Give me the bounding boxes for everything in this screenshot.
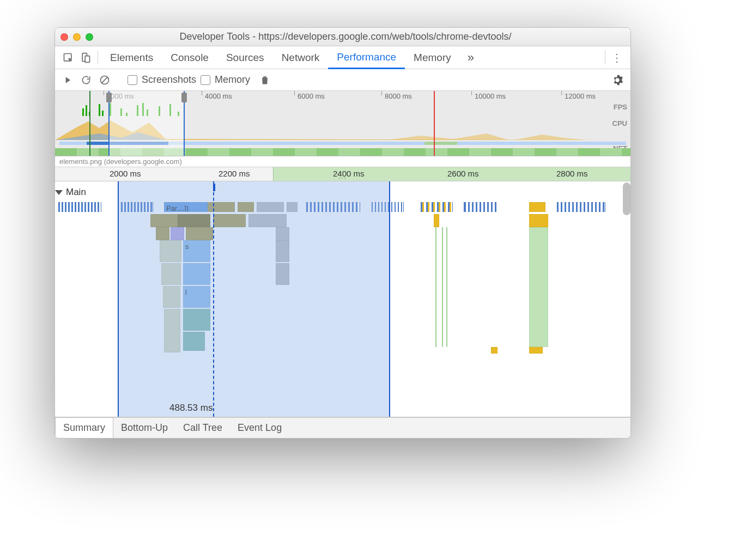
overview-tick: 8000 ms [385,92,412,100]
device-toolbar-icon[interactable] [77,46,94,69]
svg-rect-2 [85,56,89,62]
separator [605,51,605,64]
details-tab-event-log[interactable]: Event Log [230,418,289,438]
settings-icon[interactable] [610,72,625,88]
overview-tick: 12000 ms [565,92,596,100]
main-thread-header[interactable]: Main [55,187,86,198]
svg-marker-7 [387,133,508,140]
titlebar: Developer Tools - https://developers.goo… [55,28,630,46]
tab-console[interactable]: Console [162,46,217,69]
more-options-icon[interactable]: ⋮ [609,46,626,69]
memory-label: Memory [215,74,250,86]
flame-block-s[interactable]: s [183,240,210,262]
network-resource-info: elements.png (developers.google.com) [55,156,630,167]
details-tab-call-tree[interactable]: Call Tree [175,418,230,438]
tabs-overflow-button[interactable]: » [460,46,482,69]
flame-events-row: Par…]) [55,202,630,213]
clear-button[interactable] [98,73,112,87]
window-controls [60,33,93,41]
load-marker [434,91,435,156]
flame-row: l [55,286,630,308]
overview-tick: 10000 ms [475,92,506,100]
minimize-window-button[interactable] [73,33,81,41]
tab-elements[interactable]: Elements [101,46,162,69]
reload-record-button[interactable] [79,73,93,87]
zoom-window-button[interactable] [86,33,93,41]
tab-memory[interactable]: Memory [405,46,460,69]
overview-tick: 6000 ms [298,92,325,100]
flame-row [55,227,630,240]
resource-text: elements.png (developers.google.com) [59,157,182,166]
memory-checkbox[interactable]: Memory [201,74,250,86]
tab-sources[interactable]: Sources [217,46,273,69]
checkbox-icon [128,75,137,85]
checkbox-icon [201,75,210,85]
screenshots-label: Screenshots [142,74,196,86]
timeline-ruler[interactable]: 2000 ms 2200 ms 2400 ms 2600 ms 2800 ms … [55,167,630,181]
svg-line-4 [101,77,108,83]
tab-performance[interactable]: Performance [328,46,405,69]
flame-row [55,214,630,227]
inspect-element-icon[interactable] [59,46,77,69]
flame-block-parse[interactable]: Par…]) [164,202,208,212]
performance-overview[interactable]: 2000 ms 4000 ms 6000 ms 8000 ms 10000 ms… [55,91,630,156]
flame-chart[interactable]: Main Par…]) [55,181,630,417]
details-tab-summary[interactable]: Summary [55,417,113,438]
performance-toolbar: Screenshots Memory [55,69,630,91]
dcl-marker [89,91,90,156]
devtools-window: Developer Tools - https://developers.goo… [54,27,631,439]
collapse-icon [55,190,63,195]
devtools-tab-bar: Elements Console Sources Network Perform… [55,46,630,69]
selection-handle-right[interactable] [181,93,187,102]
screenshots-checkbox[interactable]: Screenshots [128,74,196,86]
ruler-tick: 2600 ms [447,169,479,178]
window-title: Developer Tools - https://developers.goo… [99,31,625,42]
selection-duration: 488.53 ms [169,403,213,413]
ruler-tick: 2000 ms [110,169,141,178]
flame-row [55,263,630,285]
separator [98,51,98,64]
ruler-ellipsis: ... [338,173,347,180]
details-tab-bottom-up[interactable]: Bottom-Up [113,418,175,438]
svg-marker-8 [514,135,586,140]
garbage-collect-icon[interactable] [258,73,272,87]
record-next-button[interactable] [60,73,75,87]
close-window-button[interactable] [60,33,68,41]
flame-block-l[interactable]: l [183,286,210,308]
tab-network[interactable]: Network [273,46,329,69]
flame-row: s [55,240,630,262]
ruler-tick: 2800 ms [556,169,588,178]
overview-fps-label: FPS [614,103,627,111]
flame-chart-container: Main Par…]) [55,181,630,417]
overview-tick: 4000 ms [205,92,232,100]
flame-row [55,309,630,352]
time-cursor-line [213,181,214,417]
ruler-tick: 2400 ms [333,169,365,178]
details-tab-bar: Summary Bottom-Up Call Tree Event Log [55,417,630,438]
ruler-tick: 2200 ms [219,169,250,178]
vertical-scrollbar[interactable] [623,182,630,215]
main-thread-label: Main [66,187,86,198]
selection-handle-left[interactable] [106,93,112,102]
overview-selection[interactable] [108,91,185,156]
